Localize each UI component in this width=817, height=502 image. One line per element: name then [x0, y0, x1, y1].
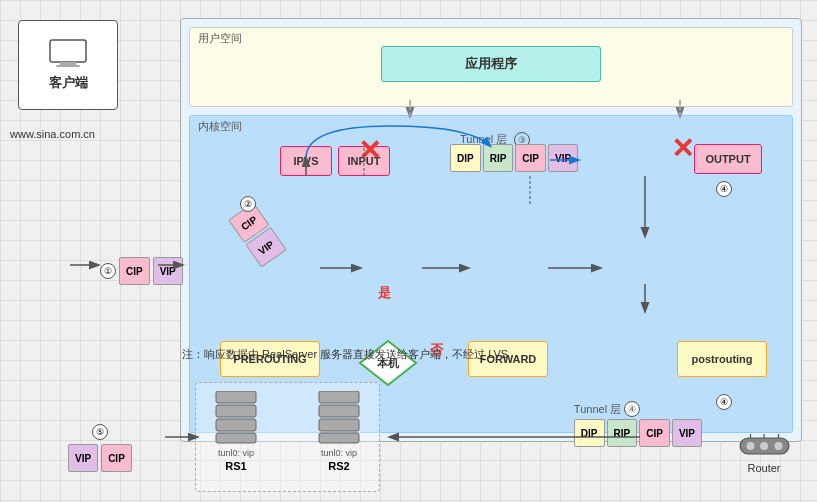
router-icon	[732, 434, 797, 458]
user-space-label: 用户空间	[198, 31, 242, 46]
note-text: 注：响应数据由 RealServer 服务器直接发送给客户端，不经过 LVS	[182, 347, 508, 362]
svg-point-28	[760, 442, 768, 450]
circle-2: ②	[240, 196, 256, 212]
svg-point-27	[746, 442, 754, 450]
cip-bottom-tunnel: CIP	[639, 419, 670, 447]
svg-rect-18	[216, 391, 256, 403]
tag-rip: RIP	[483, 144, 514, 172]
rs1-icon	[211, 391, 261, 446]
bottom-tunnel-label: Tunnel 层 ④	[574, 401, 702, 417]
tag-vip: VIP	[548, 144, 578, 172]
rip-bottom: RIP	[607, 419, 638, 447]
cip-vip-left: ① CIP VIP	[100, 257, 183, 285]
svg-rect-25	[319, 433, 359, 443]
rs2-label: RS2	[328, 460, 349, 472]
tunl0-label-1: tunl0: vip	[218, 448, 254, 458]
kernel-space-label: 内核空间	[198, 119, 242, 134]
main-container: 客户端 www.sina.com.cn 用户空间 应用程序 内核空间 Tunne…	[0, 0, 817, 502]
rs-box: tunl0: vip RS1 tunl0: vip RS2	[195, 382, 380, 492]
rs1-label: RS1	[225, 460, 246, 472]
circle-5: ⑤	[92, 424, 108, 440]
rs1-container: tunl0: vip RS1	[211, 391, 261, 472]
circle-4-right: ④	[716, 181, 732, 197]
dip-bottom: DIP	[574, 419, 605, 447]
svg-point-29	[774, 442, 782, 450]
x-mark-output: ✕	[671, 132, 694, 165]
diagram-area: 用户空间 应用程序 内核空间 Tunnel 层 ③ IPVS INPUT	[180, 18, 802, 442]
bottom-left-tags: ⑤ VIP CIP	[68, 424, 132, 472]
cip-bottom: CIP	[101, 444, 132, 472]
client-label: 客户端	[49, 74, 88, 92]
tunnel-boxes: DIP RIP CIP VIP	[450, 144, 578, 172]
svg-rect-20	[216, 419, 256, 431]
yes-label: 是	[378, 284, 391, 302]
svg-rect-1	[60, 62, 76, 65]
router-label: Router	[747, 462, 780, 474]
tag-cip: CIP	[515, 144, 546, 172]
svg-rect-24	[319, 419, 359, 431]
client-box: 客户端	[18, 20, 118, 110]
vip-bottom-tunnel: VIP	[672, 419, 702, 447]
svg-rect-0	[50, 40, 86, 62]
circle-4-bottom: ④	[716, 394, 732, 410]
svg-rect-2	[56, 65, 80, 67]
tunl0-label-2: tunl0: vip	[321, 448, 357, 458]
cip-tag-left: CIP	[119, 257, 150, 285]
circle-1: ①	[100, 263, 116, 279]
rs2-container: tunl0: vip RS2	[314, 391, 364, 472]
output-box: OUTPUT	[694, 144, 762, 174]
computer-icon	[48, 38, 88, 70]
svg-rect-19	[216, 405, 256, 417]
svg-rect-23	[319, 405, 359, 417]
ipvs-box: IPVS	[280, 146, 332, 176]
app-box: 应用程序	[381, 46, 601, 82]
tag-dip: DIP	[450, 144, 481, 172]
vip-tag-left: VIP	[153, 257, 183, 285]
user-space: 用户空间 应用程序	[189, 27, 793, 107]
circle-4-bot: ④	[624, 401, 640, 417]
x-mark-input: ✕	[358, 134, 381, 167]
svg-rect-21	[216, 433, 256, 443]
svg-rect-22	[319, 391, 359, 403]
bottom-tunnel-area: Tunnel 层 ④ DIP RIP CIP VIP	[574, 401, 702, 447]
bottom-tunnel-tags: DIP RIP CIP VIP	[574, 419, 702, 447]
url-text: www.sina.com.cn	[10, 128, 95, 140]
router-box: Router	[729, 434, 799, 474]
postrouting-box: postrouting	[677, 341, 767, 377]
cip-vip-tags: CIP VIP	[228, 202, 286, 267]
vip-bottom: VIP	[68, 444, 98, 472]
rs2-icon	[314, 391, 364, 446]
